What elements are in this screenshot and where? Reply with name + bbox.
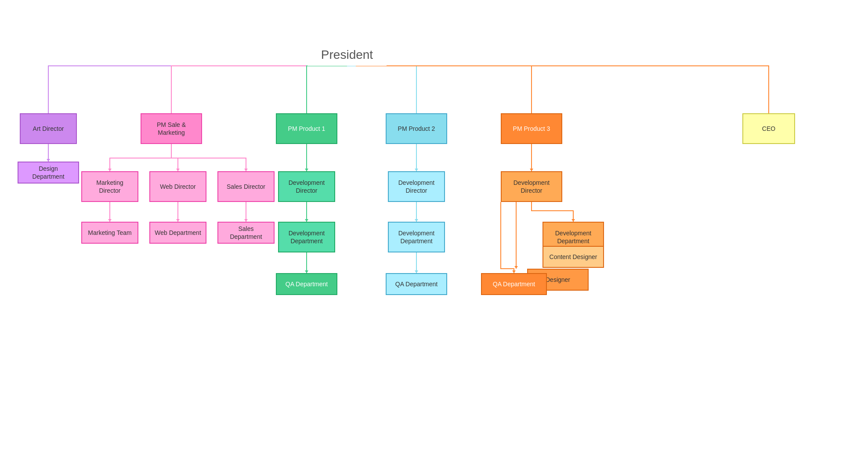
pm-sale-marketing-label: PM Sale & Marketing <box>145 121 198 137</box>
pm-product1-node[interactable]: PM Product 1 <box>276 113 337 144</box>
dev-director-p1-node[interactable]: Development Director <box>278 171 335 202</box>
sales-dept-node[interactable]: Sales Department <box>217 222 275 244</box>
dev-director-p2-label: Development Director <box>392 179 441 194</box>
qa-dept-p2-node[interactable]: QA Department <box>386 273 447 295</box>
content-designer-node[interactable]: Content Designer <box>542 246 604 268</box>
org-chart: President Art Director Design Department… <box>0 0 868 461</box>
pm-product2-label: PM Product 2 <box>398 125 435 133</box>
svg-marker-18 <box>514 266 518 269</box>
qa-dept-p2-label: QA Department <box>395 280 438 288</box>
web-dept-label: Web Department <box>155 229 201 237</box>
qa-dept-p3-node[interactable]: QA Department <box>481 273 547 295</box>
dev-dept-p1-label: Development Department <box>282 229 331 245</box>
content-designer-label: Content Designer <box>550 253 597 261</box>
qa-dept-p3-label: QA Department <box>493 280 535 288</box>
design-dept-label: Design Department <box>22 165 75 180</box>
web-director-node[interactable]: Web Director <box>149 171 206 202</box>
web-director-label: Web Director <box>160 183 195 191</box>
dev-dept-p2-label: Development Department <box>392 229 441 245</box>
pm-product2-node[interactable]: PM Product 2 <box>386 113 447 144</box>
art-director-node[interactable]: Art Director <box>20 113 77 144</box>
pm-product1-label: PM Product 1 <box>288 125 326 133</box>
dev-director-p3-node[interactable]: Development Director <box>501 171 562 202</box>
president-node: President <box>307 44 387 66</box>
dev-dept-p2-node[interactable]: Development Department <box>388 222 445 252</box>
web-dept-node[interactable]: Web Department <box>149 222 206 244</box>
marketing-director-node[interactable]: Marketing Director <box>81 171 138 202</box>
marketing-director-label: Marketing Director <box>86 179 134 194</box>
design-dept-node[interactable]: Design Department <box>18 162 79 184</box>
art-director-label: Art Director <box>33 125 64 133</box>
pm-sale-marketing-node[interactable]: PM Sale & Marketing <box>141 113 202 144</box>
sales-director-node[interactable]: Sales Director <box>217 171 275 202</box>
dev-dept-p3-label: Development Department <box>547 229 600 245</box>
dev-director-p3-label: Development Director <box>505 179 558 194</box>
pm-product3-node[interactable]: PM Product 3 <box>501 113 562 144</box>
ceo-node[interactable]: CEO <box>742 113 795 144</box>
designer-label: Designer <box>546 276 570 284</box>
pm-product3-label: PM Product 3 <box>513 125 550 133</box>
dev-director-p2-node[interactable]: Development Director <box>388 171 445 202</box>
qa-dept-p1-node[interactable]: QA Department <box>276 273 337 295</box>
qa-dept-p1-label: QA Department <box>286 280 328 288</box>
president-label: President <box>321 47 373 63</box>
marketing-team-node[interactable]: Marketing Team <box>81 222 138 244</box>
dev-director-p1-label: Development Director <box>282 179 331 194</box>
marketing-team-label: Marketing Team <box>88 229 131 237</box>
sales-dept-label: Sales Department <box>222 225 270 241</box>
dev-dept-p1-node[interactable]: Development Department <box>278 222 335 252</box>
ceo-label: CEO <box>762 125 775 133</box>
sales-director-label: Sales Director <box>227 183 265 191</box>
